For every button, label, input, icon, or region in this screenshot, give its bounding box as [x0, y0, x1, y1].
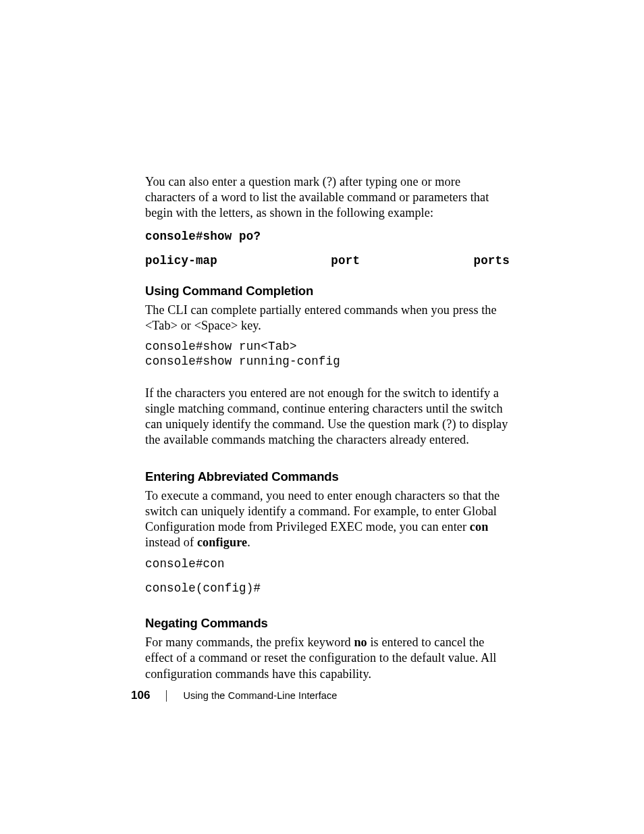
cmd-show-po: console#show po? [145, 229, 510, 244]
page-number: 106 [131, 689, 150, 702]
cmd-completion-example: console#show run<Tab> console#show runni… [145, 339, 510, 369]
footer-divider [166, 690, 167, 702]
heading-abbreviated: Entering Abbreviated Commands [145, 469, 510, 484]
page-content: You can also enter a question mark (?) a… [145, 174, 510, 687]
para-completion-intro: The CLI can complete partially entered c… [145, 303, 510, 334]
option-port: port [331, 254, 360, 267]
page-footer: 106 Using the Command-Line Interface [131, 689, 509, 702]
abbrev-text-post: . [247, 536, 250, 549]
cmd-config-prompt: console(config)# [145, 581, 510, 596]
para-completion-detail: If the characters you entered are not en… [145, 386, 510, 448]
para-abbreviated: To execute a command, you need to enter … [145, 488, 510, 550]
abbrev-text-pre: To execute a command, you need to enter … [145, 489, 500, 533]
heading-command-completion: Using Command Completion [145, 284, 510, 298]
bold-no: no [354, 635, 367, 649]
bold-configure: configure [197, 536, 247, 549]
page: You can also enter a question mark (?) a… [0, 0, 644, 834]
intro-paragraph: You can also enter a question mark (?) a… [145, 174, 510, 221]
option-policy-map: policy-map [145, 254, 217, 267]
cmd-con: console#con [145, 556, 510, 571]
option-ports: ports [473, 254, 510, 267]
po-options-row: policy-map port ports [145, 254, 510, 267]
footer-title: Using the Command-Line Interface [183, 690, 337, 701]
para-negating: For many commands, the prefix keyword no… [145, 635, 510, 681]
bold-con: con [470, 520, 489, 533]
heading-negating: Negating Commands [145, 616, 510, 631]
abbrev-text-mid: instead of [145, 536, 197, 549]
negating-text-pre: For many commands, the prefix keyword [145, 635, 354, 649]
